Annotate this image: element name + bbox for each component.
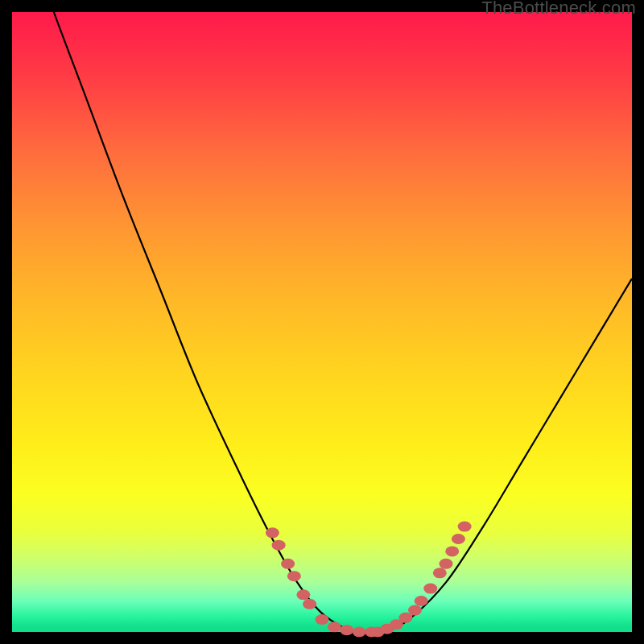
curve-dot bbox=[415, 596, 428, 606]
curve-dot bbox=[353, 627, 366, 638]
curve-dot bbox=[266, 527, 279, 538]
curve-dot bbox=[272, 540, 286, 551]
curve-dot bbox=[458, 522, 472, 532]
curve-dot bbox=[340, 625, 353, 635]
curve-dot bbox=[316, 614, 329, 625]
curve-dot bbox=[445, 546, 459, 556]
curve-dot bbox=[303, 599, 316, 609]
curve-path bbox=[12, 0, 632, 634]
curve-dot bbox=[423, 584, 437, 594]
curve-dot bbox=[452, 534, 465, 544]
curve-dot bbox=[328, 621, 341, 632]
curve-dot bbox=[433, 568, 447, 578]
curve-dot bbox=[440, 559, 453, 569]
curve-dot bbox=[296, 589, 310, 600]
curve-dot bbox=[281, 559, 295, 569]
bottleneck-curve bbox=[12, 12, 632, 632]
curve-dot bbox=[408, 605, 422, 616]
curve-markers bbox=[266, 522, 472, 638]
curve-dot bbox=[287, 571, 301, 581]
chart-frame: TheBottleneck.com bbox=[0, 0, 644, 644]
